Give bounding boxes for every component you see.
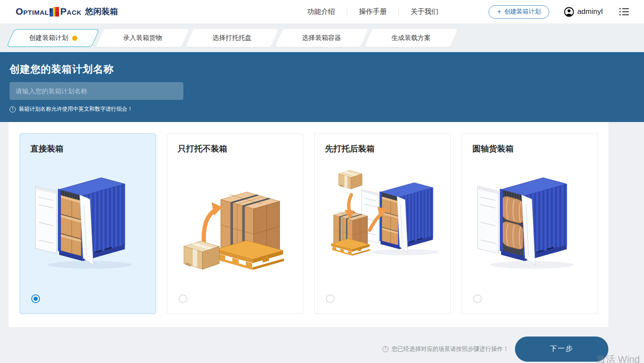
scenario-radio[interactable] (179, 294, 187, 303)
step-generate-plan[interactable]: 生成装载方案 (365, 29, 458, 47)
scenario-panel: 直接装箱 只打托不装箱 先打托后装箱 (9, 122, 608, 327)
logo-text-optimal: Optimal (16, 7, 49, 16)
username: adminyl (577, 7, 603, 16)
logo-cube-icon (50, 7, 59, 16)
scenario-title: 圆轴货装箱 (462, 134, 598, 155)
scenario-card-roll-cargo[interactable]: 圆轴货装箱 (461, 133, 598, 314)
footer-hint-text: 您已经选择对应的场景请按照步骤进行操作！ (392, 345, 509, 353)
nav-features[interactable]: 功能介绍 (295, 7, 347, 16)
scenario-radio[interactable] (326, 294, 335, 303)
scenario-card-direct-packing[interactable]: 直接装箱 (20, 133, 156, 314)
palletize-only-illustration (180, 170, 290, 274)
list-menu-icon[interactable] (619, 7, 629, 16)
scenario-radio-selected[interactable] (31, 294, 40, 303)
step-label: 选择装箱容器 (302, 34, 341, 42)
step-label: 选择打托托盘 (212, 34, 252, 42)
create-plan-button-label: 创建装箱计划 (504, 8, 541, 16)
app-logo[interactable]: Optimal Pack 悠闲装箱 (16, 6, 118, 17)
scenario-radio[interactable] (473, 294, 482, 303)
active-step-dot-icon (72, 36, 77, 41)
step-label: 生成装载方案 (392, 34, 431, 42)
create-plan-button[interactable]: + 创建装箱计划 (488, 5, 549, 19)
step-select-container[interactable]: 选择装箱容器 (275, 29, 368, 47)
plus-icon: + (497, 8, 501, 15)
plan-name-section: 创建您的装箱计划名称 ! 装箱计划名称允许使用中英文和数字进行组合！ (0, 52, 644, 122)
scenario-card-palletize-then-pack[interactable]: 先打托后装箱 (314, 133, 451, 314)
scenario-section: 直接装箱 只打托不装箱 先打托后装箱 (0, 122, 644, 327)
step-label: 录入装箱货物 (123, 34, 162, 42)
plan-name-hint: ! 装箱计划名称允许使用中英文和数字进行组合！ (10, 106, 644, 113)
app-header: Optimal Pack 悠闲装箱 功能介绍 操作手册 关于我们 + 创建装箱计… (0, 0, 644, 24)
scenario-title: 只打托不装箱 (167, 134, 303, 155)
top-nav: 功能介绍 操作手册 关于我们 (295, 7, 450, 16)
scenario-title: 直接装箱 (20, 134, 156, 155)
info-icon: ! (382, 346, 388, 352)
step-label: 创建装箱计划 (29, 34, 68, 42)
user-menu[interactable]: adminyl (564, 7, 603, 17)
step-enter-cargo[interactable]: 录入装箱货物 (96, 29, 189, 47)
logo-text-pack: Pack (60, 7, 81, 16)
plan-name-input[interactable] (10, 82, 183, 100)
next-step-button[interactable]: 下一步 (515, 337, 608, 362)
palletize-then-pack-illustration (319, 165, 445, 274)
step-select-pallet[interactable]: 选择打托托盘 (186, 29, 279, 47)
scenario-title: 先打托后装箱 (315, 134, 450, 155)
direct-packing-illustration (33, 170, 143, 274)
footer-hint: ! 您已经选择对应的场景请按照步骤进行操作！ (382, 345, 509, 353)
roll-cargo-illustration (475, 170, 584, 274)
nav-about[interactable]: 关于我们 (399, 7, 450, 16)
plan-name-hint-text: 装箱计划名称允许使用中英文和数字进行组合！ (19, 106, 133, 113)
step-tabs: 创建装箱计划 录入装箱货物 选择打托托盘 选择装箱容器 生成装载方案 (0, 24, 644, 52)
scenario-card-palletize-only[interactable]: 只打托不装箱 (167, 133, 303, 314)
info-icon: ! (10, 106, 16, 112)
footer-bar: ! 您已经选择对应的场景请按照步骤进行操作！ 下一步 (0, 327, 644, 363)
logo-text-cn: 悠闲装箱 (85, 6, 118, 17)
avatar-icon (564, 7, 574, 17)
page-title: 创建您的装箱计划名称 (10, 52, 644, 76)
step-create-plan[interactable]: 创建装箱计划 (7, 29, 100, 47)
nav-manual[interactable]: 操作手册 (347, 7, 398, 16)
